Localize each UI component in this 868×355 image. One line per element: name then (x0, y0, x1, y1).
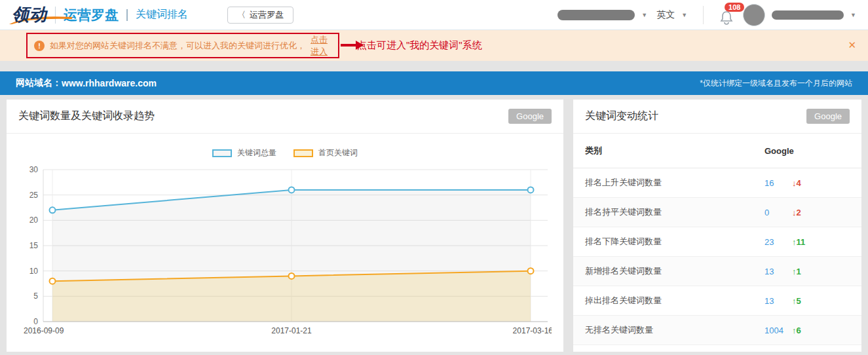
annotation-highlight-box: ! 如果对您的网站关键词排名不满意，可以进入我的关键词进行优化， 点击进入 (26, 33, 339, 58)
svg-text:10: 10 (29, 267, 39, 276)
chevron-down-icon: ▼ (850, 12, 856, 18)
google-column-header: Google (764, 146, 794, 156)
trend-google-button[interactable]: Google (508, 109, 552, 124)
keyword-trend-panel: 关键词数量及关键词收录趋势 Google 关键词总量首页关键词 05101520… (7, 100, 563, 352)
notice-enter-link[interactable]: 点击进入 (311, 34, 331, 58)
table-row: 排名下降关键词数量23↑11 (573, 227, 861, 257)
stat-row-value[interactable]: 23 (764, 237, 774, 247)
svg-text:5: 5 (33, 291, 38, 301)
annotation-arrow-icon (341, 44, 356, 47)
keyword-change-panel: 关键词变动统计 Google 类别 Google 排名上升关键词数量16↓4排名… (573, 100, 861, 352)
legend-item[interactable]: 首页关键词 (293, 148, 358, 158)
brand-logo[interactable]: 领动 (12, 3, 47, 26)
close-icon[interactable]: ✕ (848, 39, 856, 51)
svg-text:2017-01-21: 2017-01-21 (271, 326, 312, 335)
domain-note: *仅统计绑定一级域名且发布一个月后的网站 (700, 78, 852, 89)
notice-bar: ! 如果对您的网站关键词排名不满意，可以进入我的关键词进行优化， 点击进入 点击… (0, 30, 868, 61)
stats-table-header: 类别 Google (573, 134, 861, 168)
domain-bar: 网站域名： www.rhhardware.com *仅统计绑定一级域名且发布一个… (0, 71, 868, 95)
svg-text:15: 15 (29, 241, 39, 250)
table-row: 无排名关键词数量1004↑6 (573, 316, 861, 345)
trend-panel-title: 关键词数量及关键词收录趋势 (18, 109, 155, 123)
legend-swatch-icon (212, 149, 232, 157)
bell-icon (719, 10, 734, 26)
notification-count-badge: 108 (725, 3, 744, 12)
table-row: 掉出排名关键词数量13↑5 (573, 286, 861, 316)
arrow-up-change: ↑5 (792, 296, 801, 306)
stats-google-button[interactable]: Google (806, 109, 850, 124)
top-header: 领动 运营罗盘 关键词排名 〈 运营罗盘 ▼ 英文 ▼ 108 ▼ (0, 0, 868, 30)
stat-row-label: 无排名关键词数量 (585, 324, 653, 336)
annotation-text: 点击可进入"我的关键词"系统 (357, 39, 482, 52)
svg-text:2016-09-09: 2016-09-09 (24, 326, 64, 335)
stat-row-label: 掉出排名关键词数量 (585, 295, 662, 307)
stats-panel-title: 关键词变动统计 (585, 109, 658, 123)
header-divider (703, 6, 704, 24)
user-avatar[interactable] (743, 4, 765, 26)
main-area: 网站域名： www.rhhardware.com *仅统计绑定一级域名且发布一个… (0, 61, 868, 352)
chevron-left-icon: 〈 (237, 9, 246, 21)
stats-table-body: 排名上升关键词数量16↓4排名持平关键词数量0↓2排名下降关键词数量23↑11新… (573, 168, 861, 345)
stat-row-label: 排名持平关键词数量 (585, 206, 662, 218)
trend-chart: 0510152025302016-09-092017-01-212017-03-… (18, 162, 552, 336)
svg-text:25: 25 (29, 191, 39, 200)
chevron-down-icon: ▼ (641, 12, 647, 18)
category-column-header: 类别 (585, 145, 602, 157)
back-button-label: 运营罗盘 (250, 9, 284, 21)
legend-swatch-icon (293, 149, 313, 157)
notice-message: 如果对您的网站关键词排名不满意，可以进入我的关键词进行优化， (50, 40, 305, 52)
stat-row-value[interactable]: 1004 (764, 326, 783, 335)
svg-text:30: 30 (29, 165, 39, 174)
stat-row-label: 新增排名关键词数量 (585, 265, 662, 277)
stat-row-value[interactable]: 16 (764, 178, 774, 188)
stat-row-label: 排名下降关键词数量 (585, 236, 662, 248)
notification-bell[interactable]: 108 (719, 5, 736, 25)
arrow-up-change: ↑11 (792, 237, 805, 247)
arrow-down-change: ↓4 (792, 178, 801, 188)
stat-row-value[interactable]: 13 (764, 296, 774, 306)
chart-legend: 关键词总量首页关键词 (7, 148, 563, 158)
legend-label: 关键词总量 (237, 147, 276, 159)
title-separator (126, 9, 128, 21)
arrow-up-change: ↑6 (792, 326, 801, 335)
redacted-username[interactable] (772, 10, 844, 20)
legend-label: 首页关键词 (318, 147, 358, 159)
chevron-down-icon: ▼ (681, 12, 687, 18)
table-row: 新增排名关键词数量13↑1 (573, 257, 861, 286)
warning-icon: ! (34, 41, 45, 51)
arrow-down-change: ↓2 (792, 208, 801, 217)
stat-row-label: 排名上升关键词数量 (585, 177, 662, 189)
arrow-up-change: ↑1 (792, 267, 801, 276)
svg-text:0: 0 (33, 317, 38, 326)
redacted-account-selector[interactable] (557, 10, 635, 20)
language-selector[interactable]: 英文 (656, 9, 675, 21)
stat-row-value[interactable]: 0 (764, 208, 769, 217)
table-row: 排名上升关键词数量16↓4 (573, 168, 861, 198)
domain-label: 网站域名： (16, 77, 62, 89)
back-to-compass-button[interactable]: 〈 运营罗盘 (227, 7, 293, 24)
legend-item[interactable]: 关键词总量 (212, 148, 276, 158)
table-row: 排名持平关键词数量0↓2 (573, 198, 861, 227)
page-title: 关键词排名 (136, 8, 188, 22)
stat-row-value[interactable]: 13 (764, 267, 774, 276)
logo-text: 领动 (12, 3, 47, 26)
svg-text:20: 20 (29, 215, 39, 225)
domain-value: www.rhhardware.com (62, 78, 157, 88)
svg-text:2017-03-16: 2017-03-16 (513, 326, 552, 335)
